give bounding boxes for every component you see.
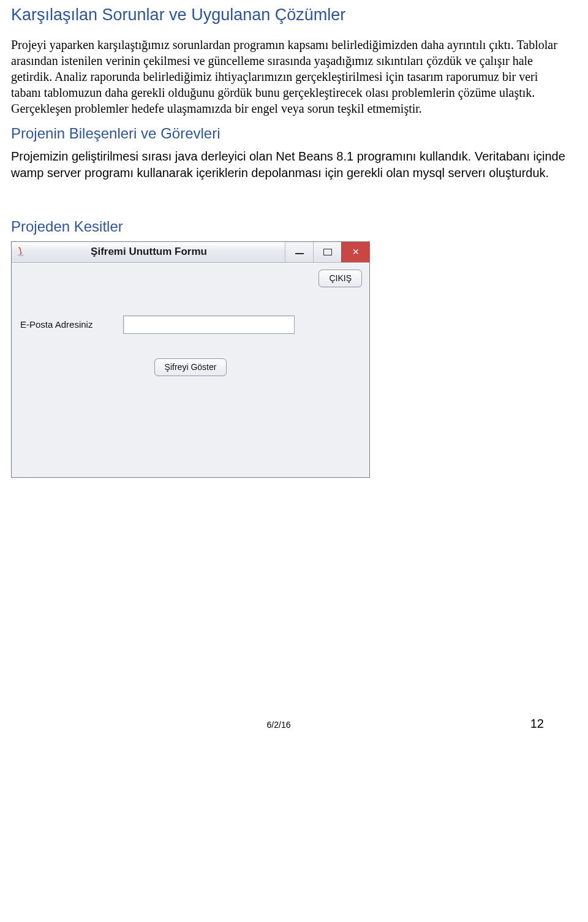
exit-button[interactable]: ÇIKIŞ bbox=[318, 270, 362, 287]
window-title: Şifremi Unuttum Formu bbox=[13, 246, 285, 258]
heading-screenshots: Projeden Kesitler bbox=[11, 218, 571, 235]
footer-date: 6/2/16 bbox=[38, 720, 519, 730]
email-input[interactable] bbox=[123, 316, 295, 334]
heading-components: Projenin Bileşenleri ve Görevleri bbox=[11, 125, 571, 142]
maximize-button[interactable] bbox=[313, 242, 341, 262]
page-number: 12 bbox=[519, 717, 544, 731]
heading-problems: Karşılaşılan Sorunlar ve Uygulanan Çözüm… bbox=[11, 5, 571, 26]
minimize-icon bbox=[295, 253, 304, 254]
paragraph-components: Projemizin geliştirilmesi sırası java de… bbox=[11, 148, 571, 181]
window-body: ÇIKIŞ E-Posta Adresiniz Şifreyi Göster bbox=[12, 263, 369, 477]
paragraph-problems: Projeyi yaparken karşılaştığımız sorunla… bbox=[11, 37, 571, 116]
email-label: E-Posta Adresiniz bbox=[20, 319, 112, 330]
forgot-password-window: Şifremi Unuttum Formu ✕ ÇIKIŞ E-Posta Ad… bbox=[11, 241, 370, 478]
window-controls: ✕ bbox=[285, 242, 369, 262]
show-password-button[interactable]: Şifreyi Göster bbox=[154, 358, 227, 376]
close-button[interactable]: ✕ bbox=[341, 242, 369, 262]
titlebar: Şifremi Unuttum Formu ✕ bbox=[12, 242, 369, 263]
java-icon bbox=[15, 246, 26, 257]
minimize-button[interactable] bbox=[285, 242, 313, 262]
close-icon: ✕ bbox=[352, 248, 360, 256]
maximize-icon bbox=[323, 249, 332, 255]
